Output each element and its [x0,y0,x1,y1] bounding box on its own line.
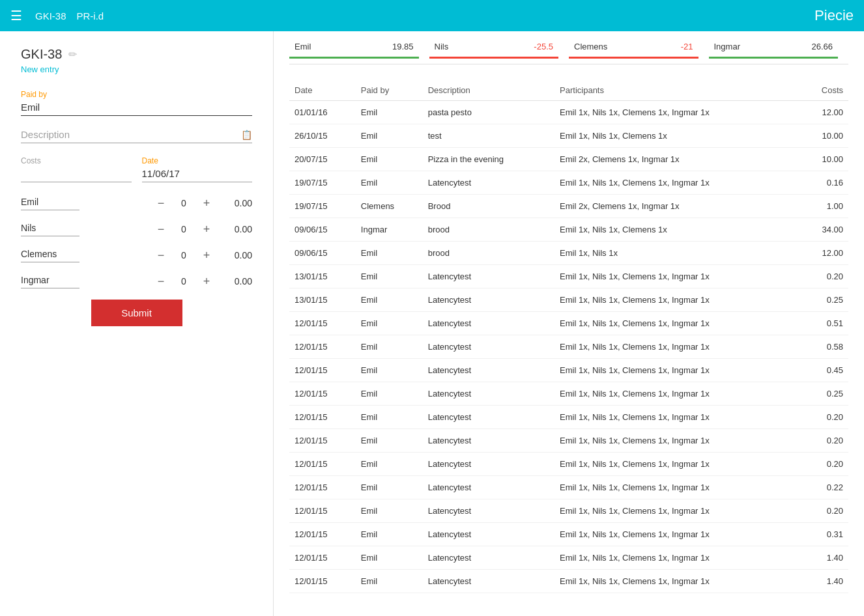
cell-paid_by: Emil [356,570,423,593]
description-input[interactable]: Description 📋 [21,129,252,143]
table-row[interactable]: 26/10/15EmiltestEmil 1x, Nils 1x, Clemen… [289,124,848,148]
table-row[interactable]: 12/01/15EmilLatencytestEmil 1x, Nils 1x,… [289,382,848,406]
table-row[interactable]: 12/01/15EmilLatencytestEmil 1x, Nils 1x,… [289,546,848,570]
col-header-date: Date [289,80,356,101]
cell-paid_by: Emil [356,359,423,382]
cell-description: Latencytest [423,429,554,453]
cell-participants: Emil 2x, Clemens 1x, Ingmar 1x [554,148,799,171]
balance-header: Nils -25.5 [435,42,554,51]
cell-paid_by: Emil [356,546,423,570]
cell-date: 20/07/15 [289,148,356,171]
increment-button[interactable]: + [199,195,214,211]
cell-date: 12/01/15 [289,406,356,429]
stepper: − 0 + 0.00 [153,221,252,237]
stepper-amount: 0.00 [220,276,252,287]
pr-id: PR-i.d [77,10,104,21]
table-row[interactable]: 12/01/15EmilLatencytestEmil 1x, Nils 1x,… [289,406,848,429]
table-row[interactable]: 13/01/15EmilLatencytestEmil 1x, Nils 1x,… [289,288,848,312]
col-header-participants: Participants [554,80,799,101]
cell-date: 19/07/15 [289,195,356,218]
cell-description: Latencytest [423,476,554,499]
increment-button[interactable]: + [199,247,214,263]
balance-item-emil: Emil 19.85 [289,42,419,59]
cell-paid_by: Emil [356,476,423,499]
cell-paid_by: Emil [356,382,423,406]
cell-costs: 12.00 [799,101,848,124]
entry-title: GKI-38 [21,47,62,62]
table-row[interactable]: 12/01/15EmilLatencytestEmil 1x, Nils 1x,… [289,523,848,546]
cell-participants: Emil 1x, Nils 1x, Clemens 1x, Ingmar 1x [554,570,799,593]
increment-button[interactable]: + [199,273,214,289]
cell-date: 12/01/15 [289,546,356,570]
cell-date: 12/01/15 [289,476,356,499]
table-row[interactable]: 09/06/15IngmarbroodEmil 1x, Nils 1x, Cle… [289,218,848,242]
table-row[interactable]: 20/07/15EmilPizza in the eveningEmil 2x,… [289,148,848,171]
table-row[interactable]: 01/01/16Emilpasta pestoEmil 1x, Nils 1x,… [289,101,848,124]
cell-date: 12/01/15 [289,382,356,406]
cell-date: 12/01/15 [289,335,356,359]
project-id: GKI-38 [35,10,66,21]
submit-button[interactable]: Submit [91,300,182,326]
balance-name: Emil [295,42,311,51]
decrement-button[interactable]: − [153,221,169,237]
table-row[interactable]: 12/01/15EmilLatencytestEmil 1x, Nils 1x,… [289,499,848,523]
decrement-button[interactable]: − [153,247,169,263]
decrement-button[interactable]: − [153,195,169,211]
cell-description: Latencytest [423,312,554,335]
table-row[interactable]: 09/06/15EmilbroodEmil 1x, Nils 1x12.00 [289,242,848,265]
table-head: DatePaid byDescriptionParticipantsCosts [289,80,848,101]
cell-date: 01/01/16 [289,101,356,124]
cell-date: 12/01/15 [289,312,356,335]
balance-header: Emil 19.85 [295,42,414,51]
table-row[interactable]: 12/01/15EmilLatencytestEmil 1x, Nils 1x,… [289,570,848,593]
cell-paid_by: Emil [356,429,423,453]
cell-costs: 0.20 [799,265,848,288]
cell-description: Latencytest [423,382,554,406]
participants-container: Emil − 0 + 0.00 Nils − 0 + 0.00 Clemens … [21,195,252,289]
cell-description: Latencytest [423,406,554,429]
decrement-button[interactable]: − [153,273,169,289]
cell-participants: Emil 1x, Nils 1x, Clemens 1x, Ingmar 1x [554,359,799,382]
table-row[interactable]: 12/01/15EmilLatencytestEmil 1x, Nils 1x,… [289,476,848,499]
cell-date: 12/01/15 [289,359,356,382]
balance-amount: -25.5 [534,42,553,51]
cell-participants: Emil 1x, Nils 1x, Clemens 1x, Ingmar 1x [554,499,799,523]
table-row[interactable]: 12/01/15EmilLatencytestEmil 1x, Nils 1x,… [289,335,848,359]
table-row[interactable]: 12/01/15EmilLatencytestEmil 1x, Nils 1x,… [289,453,848,476]
new-entry-label: New entry [21,64,252,74]
menu-icon[interactable]: ☰ [10,8,22,23]
stepper: − 0 + 0.00 [153,273,252,289]
paid-by-value[interactable]: Emil [21,102,252,116]
table-row[interactable]: 13/01/15EmilLatencytestEmil 1x, Nils 1x,… [289,265,848,288]
table-row[interactable]: 12/01/15EmilLatencytestEmil 1x, Nils 1x,… [289,312,848,335]
cell-costs: 34.00 [799,218,848,242]
cell-costs: 0.58 [799,335,848,359]
stepper-count: 0 [174,276,194,287]
cell-description: Latencytest [423,288,554,312]
stepper-count: 0 [174,250,194,260]
cell-costs: 1.40 [799,546,848,570]
cell-participants: Emil 1x, Nils 1x, Clemens 1x [554,124,799,148]
table-row[interactable]: 19/07/15ClemensBroodEmil 2x, Clemens 1x,… [289,195,848,218]
increment-button[interactable]: + [199,221,214,237]
cell-costs: 0.25 [799,382,848,406]
costs-date-row: Costs Date 11/06/17 [21,156,252,182]
cell-date: 12/01/15 [289,523,356,546]
date-value[interactable]: 11/06/17 [142,168,253,182]
col-header-description: Description [423,80,554,101]
participant-name: Nils [21,223,79,236]
cell-description: test [423,124,554,148]
costs-input[interactable] [21,168,132,182]
description-label: Description [21,129,70,140]
table-row[interactable]: 19/07/15EmilLatencytestEmil 1x, Nils 1x,… [289,171,848,195]
balance-header: Clemens -21 [574,42,693,51]
cell-participants: Emil 1x, Nils 1x, Clemens 1x, Ingmar 1x [554,546,799,570]
edit-icon[interactable]: ✏ [68,48,77,61]
table-row[interactable]: 12/01/15EmilLatencytestEmil 1x, Nils 1x,… [289,359,848,382]
table-row[interactable]: 12/01/15EmilLatencytestEmil 1x, Nils 1x,… [289,429,848,453]
cell-paid_by: Emil [356,499,423,523]
cell-participants: Emil 1x, Nils 1x, Clemens 1x, Ingmar 1x [554,335,799,359]
cell-description: Latencytest [423,265,554,288]
balance-item-ingmar: Ingmar 26.66 [709,42,839,59]
cell-description: Latencytest [423,523,554,546]
